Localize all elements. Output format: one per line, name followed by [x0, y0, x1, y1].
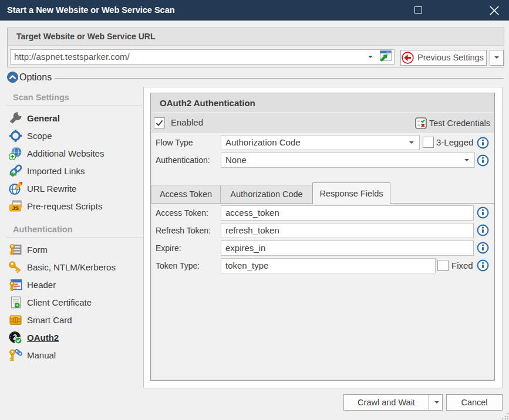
svg-text:JS: JS — [12, 205, 19, 211]
